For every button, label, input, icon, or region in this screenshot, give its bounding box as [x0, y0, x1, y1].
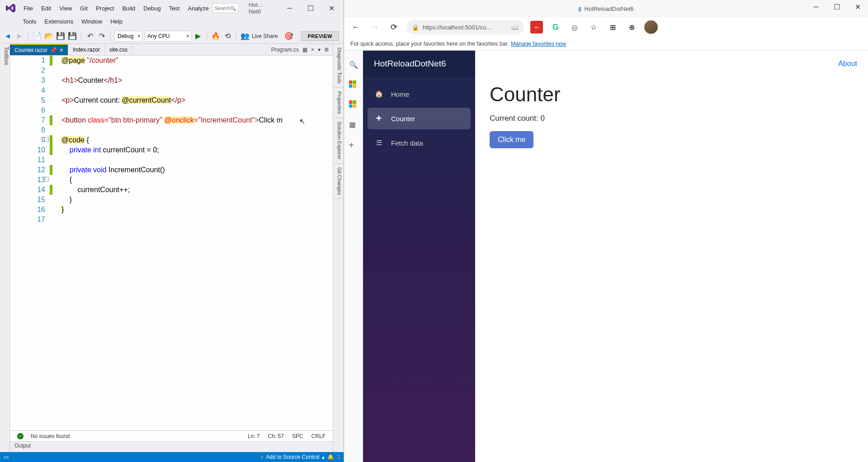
tab-index-razor[interactable]: Index.razor — [68, 44, 105, 55]
vs-menubar-row2: Tools Extensions Window Help — [0, 16, 344, 28]
menu-view[interactable]: View — [56, 3, 75, 14]
output-tab[interactable]: Output — [10, 441, 333, 452]
profile-avatar[interactable] — [644, 20, 658, 34]
menu-test[interactable]: Test — [165, 3, 184, 14]
preview-badge[interactable]: PREVIEW — [301, 31, 339, 41]
maximize-button[interactable]: ☐ — [826, 0, 847, 14]
refresh-button[interactable]: ⟳ — [387, 21, 400, 33]
menu-window[interactable]: Window — [78, 16, 106, 27]
close-button[interactable]: ✕ — [847, 0, 868, 14]
ms-logo-icon[interactable] — [349, 100, 358, 109]
new-project-icon[interactable]: 📄 — [32, 31, 42, 41]
about-link[interactable]: About — [838, 60, 857, 68]
address-bar[interactable]: 🔒 https://localhost:5001/co… 📖 — [406, 20, 524, 34]
app-topbar: About — [475, 51, 868, 77]
ext-grammarly-icon[interactable]: G — [549, 21, 562, 33]
menu-project[interactable]: Project — [92, 3, 118, 14]
collections-button[interactable]: ⊕ — [625, 21, 638, 33]
toolbox-tab[interactable]: Toolbox — [0, 44, 10, 452]
ext-lastpass-icon[interactable]: ••• — [530, 21, 543, 33]
dropdown-icon[interactable]: ▾ — [318, 47, 321, 53]
app-nav: 🏠 Home + Counter ☰ Fetch data — [363, 77, 475, 160]
code-editor[interactable]: 1 2 3 4 5 6 7 8 9− 10 11 12 13− 14 15 16 — [10, 56, 333, 430]
col-indicator[interactable]: Ch: 57 — [268, 433, 284, 439]
tab-program-cs[interactable]: Program.cs — [271, 47, 299, 53]
add-icon[interactable]: + — [349, 140, 358, 149]
apps-icon[interactable]: ▦ — [349, 120, 358, 129]
maximize-button[interactable]: ☐ — [300, 1, 321, 15]
line-indicator[interactable]: Ln: 7 — [248, 433, 260, 439]
menu-extensions[interactable]: Extensions — [41, 16, 77, 27]
minimize-button[interactable]: ─ — [806, 0, 826, 14]
close-button[interactable]: ✕ — [321, 1, 342, 15]
minimize-button[interactable]: ─ — [279, 1, 300, 15]
redo-icon[interactable]: ↷ — [97, 31, 107, 41]
menu-build[interactable]: Build — [118, 3, 139, 14]
manage-favorites-link[interactable]: Manage favorites now — [511, 41, 566, 47]
close-icon[interactable]: × — [311, 47, 314, 53]
indent-indicator[interactable]: SPC — [292, 433, 303, 439]
menu-debug[interactable]: Debug — [140, 3, 164, 14]
favorites-bar-icon[interactable]: ⊞ — [606, 21, 619, 33]
favorites-button[interactable]: ☆ — [587, 21, 600, 33]
live-share-label[interactable]: Live Share — [252, 33, 278, 39]
platform-dropdown[interactable]: Any CPU — [144, 31, 191, 42]
rail-solution-explorer[interactable]: Solution Explorer — [333, 118, 344, 164]
tab-label: Index.razor — [73, 47, 100, 53]
vs-toolbar: ◄ ► 📄 📂 💾 💾 ↶ ↷ Debug Any CPU ▶ 🔥 ⟲ 👥 Li… — [0, 28, 344, 44]
nav-fwd-icon[interactable]: ► — [14, 31, 24, 41]
menu-tools[interactable]: Tools — [19, 16, 40, 27]
live-share-icon[interactable]: 👥 — [240, 31, 250, 41]
rail-properties[interactable]: Properties — [333, 88, 344, 118]
close-icon[interactable]: × — [60, 47, 63, 54]
vs-search-input[interactable]: Search... 🔍 — [212, 3, 239, 13]
save-icon[interactable]: 💾 — [56, 31, 66, 41]
notifications-icon[interactable]: 🔔 — [327, 454, 334, 460]
nav-back-icon[interactable]: ◄ — [3, 31, 13, 41]
menu-edit[interactable]: Edit — [38, 3, 55, 14]
vs-menubar-row1: File Edit View Git Project Build Debug T… — [20, 3, 212, 14]
edge-sidebar: 🔍 ▦ + — [344, 51, 363, 462]
rail-diagnostic-tools[interactable]: Diagnostic Tools — [333, 44, 344, 88]
nav-label: Fetch data — [391, 139, 423, 147]
preview-tab-icon[interactable]: ▦ — [302, 47, 307, 53]
hot-reload-icon[interactable]: 🔥 — [211, 31, 221, 41]
reader-icon[interactable]: 📖 — [511, 24, 519, 31]
eol-indicator[interactable]: CRLF — [311, 433, 326, 439]
search-icon[interactable]: 🔍 — [349, 61, 358, 70]
nav-home[interactable]: 🏠 Home — [368, 83, 471, 105]
browser-link-icon[interactable]: ⟲ — [222, 31, 232, 41]
app-brand[interactable]: HotReloadDotNet6 — [363, 51, 475, 77]
nav-fetch-data[interactable]: ☰ Fetch data — [368, 132, 471, 154]
issues-label[interactable]: No issues found — [31, 433, 70, 439]
undo-icon[interactable]: ↶ — [85, 31, 95, 41]
tab-site-css[interactable]: site.css — [105, 44, 132, 55]
ms-logo-icon[interactable] — [349, 80, 358, 90]
nav-counter[interactable]: + Counter — [368, 108, 471, 129]
gear-icon[interactable]: ⚙ — [324, 47, 329, 53]
ext-tracking-icon[interactable]: ◎ — [568, 21, 581, 33]
forward-button[interactable]: → — [368, 21, 381, 33]
chevron-up-icon[interactable]: ▴ — [322, 454, 325, 460]
rail-git-changes[interactable]: Git Changes — [333, 164, 344, 199]
save-all-icon[interactable]: 💾 — [67, 31, 77, 41]
add-source-control[interactable]: Add to Source Control — [266, 454, 319, 460]
click-me-button[interactable]: Click me — [490, 131, 533, 148]
start-icon[interactable]: ▶ — [193, 31, 203, 41]
cursor-icon: ↖ — [299, 117, 306, 123]
back-button[interactable]: ← — [349, 21, 362, 33]
menu-help[interactable]: Help — [107, 16, 126, 27]
menu-git[interactable]: Git — [76, 3, 91, 14]
open-icon[interactable]: 📂 — [44, 31, 54, 41]
code-content[interactable]: @page "/counter" <h1>Counter</h1> <p>Cur… — [53, 56, 333, 430]
pin-icon[interactable]: 📌 — [50, 47, 57, 53]
menu-analyze[interactable]: Analyze — [184, 3, 212, 14]
config-dropdown[interactable]: Debug — [114, 31, 142, 42]
feedback-icon[interactable]: 🎯 — [284, 31, 294, 41]
tab-right-group: Program.cs ▦ × ▾ ⚙ — [268, 44, 333, 55]
app-sidebar: HotReloadDotNet6 🏠 Home + Counter ☰ Fetc… — [363, 51, 475, 462]
vs-window-controls: ─ ☐ ✕ — [279, 1, 342, 15]
count-label: Current count: 0 — [490, 114, 854, 123]
menu-file[interactable]: File — [20, 3, 37, 14]
tab-counter-razor[interactable]: Counter.razor 📌 × — [10, 44, 68, 55]
